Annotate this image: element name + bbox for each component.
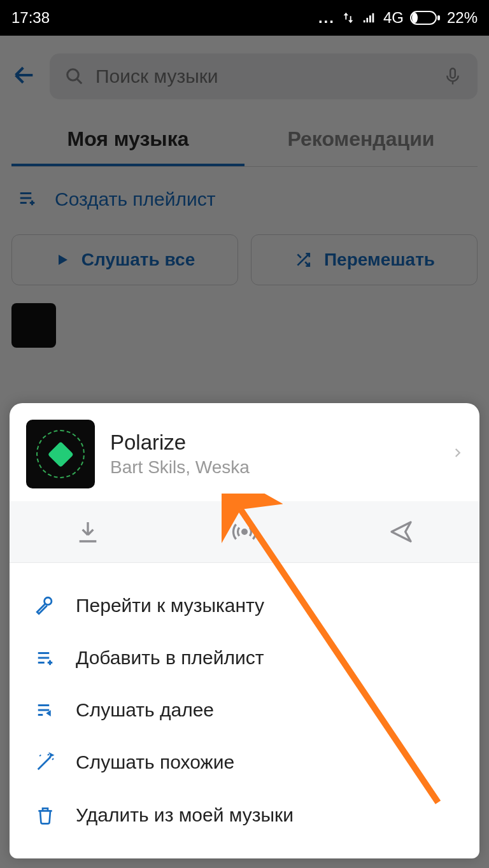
playlist-add-icon (32, 648, 58, 667)
menu-similar-label: Слушать похожие (76, 751, 234, 773)
status-more-icon: ... (318, 9, 335, 27)
action-row (10, 501, 479, 563)
menu-add-playlist[interactable]: Добавить в плейлист (10, 632, 479, 684)
status-right: ... 4G 22% (318, 9, 478, 27)
svg-point-6 (45, 597, 52, 604)
broadcast-icon (229, 519, 260, 544)
play-next-icon (32, 701, 58, 720)
data-arrows-icon (341, 11, 355, 25)
status-time: 17:38 (11, 9, 50, 27)
menu-artist[interactable]: Перейти к музыканту (10, 580, 479, 632)
share-button[interactable] (323, 501, 479, 562)
magic-wand-icon (32, 751, 58, 773)
menu-add-playlist-label: Добавить в плейлист (76, 647, 264, 669)
track-artist: Bart Skils, Weska (110, 457, 436, 478)
svg-point-5 (243, 530, 247, 534)
battery-icon (410, 11, 441, 25)
menu-play-next-label: Слушать далее (76, 699, 214, 721)
svg-rect-2 (437, 15, 440, 20)
album-cover (26, 420, 95, 488)
signal-icon (362, 11, 377, 25)
download-button[interactable] (10, 501, 166, 562)
share-icon (386, 519, 416, 544)
menu-list: Перейти к музыканту Добавить в плейлист … (10, 563, 479, 858)
mic-artist-icon (32, 595, 58, 616)
chevron-right-icon (451, 443, 463, 465)
trash-icon (32, 804, 58, 827)
battery-pct: 22% (447, 9, 478, 27)
menu-delete[interactable]: Удалить из моей музыки (10, 788, 479, 842)
broadcast-button[interactable] (166, 501, 323, 562)
bottom-sheet: Polarize Bart Skils, Weska Перейти к муз… (10, 403, 479, 858)
status-bar: 17:38 ... 4G 22% (0, 0, 489, 36)
menu-play-next[interactable]: Слушать далее (10, 684, 479, 736)
svg-rect-1 (412, 13, 418, 23)
sheet-header[interactable]: Polarize Bart Skils, Weska (10, 403, 479, 501)
menu-artist-label: Перейти к музыканту (76, 595, 264, 616)
menu-delete-label: Удалить из моей музыки (76, 804, 294, 826)
menu-similar[interactable]: Слушать похожие (10, 736, 479, 788)
download-icon (75, 519, 101, 544)
network-label: 4G (383, 9, 404, 27)
track-title: Polarize (110, 430, 436, 455)
